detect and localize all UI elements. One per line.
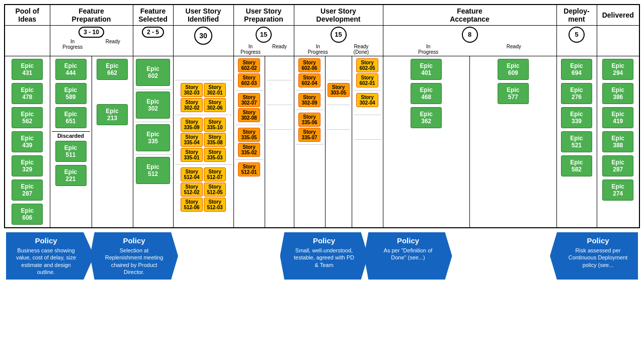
story-512-06[interactable]: Story512-06 [181,198,203,212]
us-identified-wip-badge: 30 [194,27,212,45]
policy-5-text: Risk assessed per Continuous Deployment … [564,247,632,268]
feature-acc-ready-cell: Epic609 Epic577 [470,56,557,228]
story-602-04[interactable]: Story602-04 [298,73,320,87]
deploy-epic-276[interactable]: Epic276 [561,83,592,104]
policy-feature-prep: Policy Business case showing value, cost… [6,232,94,280]
pool-epic-478[interactable]: Epic478 [12,83,43,104]
story-602-06[interactable]: Story602-06 [298,58,320,72]
deploy-epic-339[interactable]: Epic339 [561,107,592,128]
story-602-01[interactable]: Story602-01 [356,73,378,87]
story-335-06[interactable]: Story335-06 [298,113,320,127]
us-dev-wip: 15 InProgress Ready(Done) [294,26,383,56]
feature-acc-epic-468[interactable]: Epic468 [411,83,442,104]
us-dev-wip-badge: 15 [331,27,347,43]
story-335-01[interactable]: Story335-01 [181,148,203,162]
pool-epic-329[interactable]: Epic329 [12,155,43,176]
story-335-08[interactable]: Story335-08 [204,133,226,147]
delivered-epic-274[interactable]: Epic274 [602,179,633,201]
story-335-05[interactable]: Story335-05 [238,128,260,142]
feature-sel-epic-602[interactable]: Epic602 [136,59,170,86]
deploy-wip-badge: 5 [569,27,585,43]
delivered-epic-388[interactable]: Epic388 [602,131,633,152]
story-303-05[interactable]: Story303-05 [328,83,350,97]
policy-3-title: Policy [292,236,356,245]
pool-sub [5,26,50,56]
us-prep-ready-cell [265,56,294,228]
pool-epic-439[interactable]: Epic439 [12,131,43,152]
deploy-epic-694[interactable]: Epic694 [561,59,592,80]
story-302-07[interactable]: Story302-07 [238,93,260,107]
us-dev-ip-cell: Story602-06 Story602-04 Story302-09 Stor [294,56,325,228]
story-602-02[interactable]: Story602-02 [238,58,260,72]
deploy-epic-582[interactable]: Epic582 [561,155,592,176]
feature-selected-cell: Epic602 Epic302 Epic335 Epic512 [133,56,173,228]
story-602-03[interactable]: Story602-03 [238,73,260,87]
col-header-us-identified: User StoryIdentified [173,5,233,26]
pool-epic-562[interactable]: Epic562 [12,107,43,128]
us-prep-ready-label: Ready [272,44,287,55]
feature-prep-wip-badge: 3 - 10 [78,27,104,38]
deploy-wip: 5 [556,26,597,56]
deploy-cell: Epic694 Epic276 Epic339 Epic521 Epic582 [556,56,597,228]
policy-4-text: As per "Definition of Done" (see...) [376,247,440,261]
col-header-us-prep: User StoryPreparation [233,5,294,26]
us-dev-ready-cell: Story602-05 Story602-01 Story302-04 [352,56,383,228]
story-335-09[interactable]: Story335-09 [181,118,203,132]
feature-prep-wip: 3 - 10 InProgress Ready [50,26,133,56]
story-335-07[interactable]: Story335-07 [298,128,320,142]
col-header-feature-prep: FeaturePreparation [50,5,133,26]
story-602-05[interactable]: Story602-05 [356,58,378,72]
story-512-05[interactable]: Story512-05 [204,183,226,197]
feature-acc-epic-362[interactable]: Epic362 [411,107,442,128]
feature-prep-discarded-511[interactable]: Epic511 [55,141,87,162]
feature-acc-wip-badge: 8 [462,27,478,43]
pool-epic-606[interactable]: Epic606 [12,204,43,225]
story-302-01[interactable]: Story302-01 [204,83,226,97]
delivered-epic-419[interactable]: Epic419 [602,107,633,128]
feature-sel-epic-335[interactable]: Epic335 [136,124,170,151]
story-512-02[interactable]: Story512-02 [181,183,203,197]
feature-prep-epic-651[interactable]: Epic651 [55,107,87,128]
feature-prep-epic-589[interactable]: Epic589 [55,83,87,104]
story-512-07[interactable]: Story512-07 [204,167,226,182]
pool-epic-431[interactable]: Epic431 [12,59,43,80]
feature-acc-ip-cell: Epic401 Epic468 Epic362 [383,56,470,228]
feature-prep-discarded-221[interactable]: Epic221 [55,165,87,186]
us-identified-cell: Story302-03 Story302-01 Story302-02 Stor… [173,56,233,228]
deploy-epic-521[interactable]: Epic521 [561,131,592,152]
discarded-section-label: Discarded [52,131,90,139]
story-302-03[interactable]: Story302-03 [181,83,203,97]
feature-sel-epic-512[interactable]: Epic512 [136,157,170,184]
story-512-01[interactable]: Story512-01 [238,162,260,176]
policy-2-title: Policy [102,236,166,245]
policy-us-dev: Policy As per "Definition of Done" (see.… [364,232,452,280]
feature-sel-epic-302[interactable]: Epic302 [136,92,170,119]
delivered-epic-294[interactable]: Epic294 [602,59,633,80]
feature-prep-in-progress-cell: Epic444 Epic589 Epic651 Discarded Epic51… [50,56,92,228]
delivered-epic-287[interactable]: Epic287 [602,155,633,176]
story-512-04[interactable]: Story512-04 [181,167,203,182]
story-335-04[interactable]: Story335-04 [181,133,203,147]
delivered-epic-386[interactable]: Epic386 [602,83,633,104]
story-335-10[interactable]: Story335-10 [204,118,226,132]
feature-acc-epic-401[interactable]: Epic401 [411,59,442,80]
feature-prep-epic-444[interactable]: Epic444 [55,59,87,80]
story-335-03[interactable]: Story335-03 [204,148,226,162]
feature-acc-epic-577[interactable]: Epic577 [498,83,529,104]
policy-deploy: Policy Risk assessed per Continuous Depl… [550,232,638,280]
story-302-08[interactable]: Story302-08 [238,108,260,122]
story-302-02[interactable]: Story302-02 [181,98,203,112]
col-header-deploy: Deploy-ment [556,5,597,26]
pool-epic-287[interactable]: Epic287 [12,179,43,201]
us-dev-ready-label: Ready(Done) [354,44,369,55]
feature-prep-epic-662[interactable]: Epic662 [97,59,128,80]
story-335-02[interactable]: Story335-02 [238,143,260,157]
story-512-03[interactable]: Story512-03 [204,198,226,212]
story-302-09[interactable]: Story302-09 [298,93,320,107]
us-prep-wip-badge: 15 [256,27,272,43]
feature-prep-discarded-213[interactable]: Epic213 [97,104,128,125]
story-302-06[interactable]: Story302-06 [204,98,226,112]
feature-acc-epic-609[interactable]: Epic609 [498,59,529,80]
story-302-04[interactable]: Story302-04 [356,93,378,107]
delivered-sub [597,26,639,56]
